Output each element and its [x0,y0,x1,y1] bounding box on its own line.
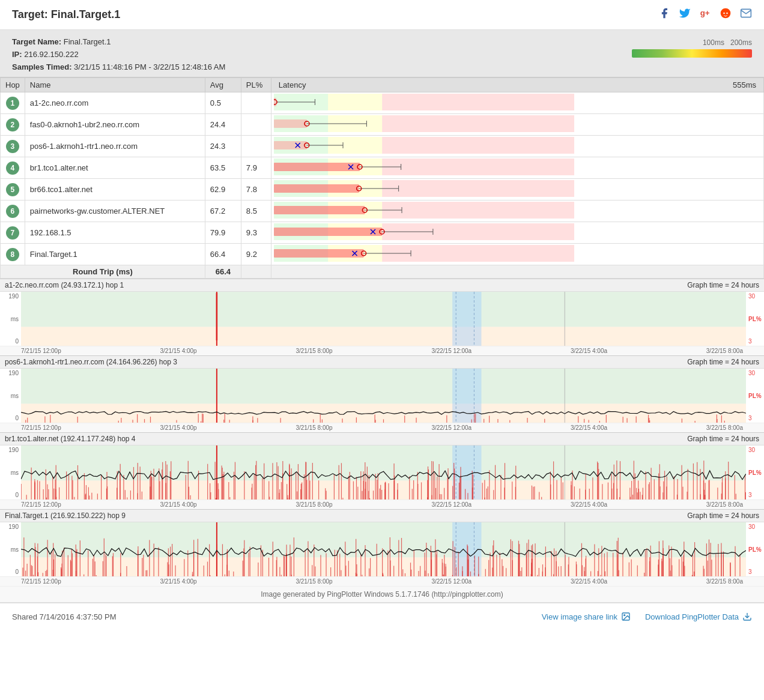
graph-title: a1-2c.neo.rr.com (24.93.172.1) hop 1 [5,281,124,289]
time-label: 3/21/15 8:00p [296,424,332,431]
reddit-icon[interactable] [720,7,732,22]
email-icon[interactable] [740,7,752,22]
hop-avg: 66.4 [205,244,241,265]
svg-rect-33 [274,163,360,171]
time-label: 3/22/15 8:00a [706,348,743,354]
time-label: 3/22/15 4:00a [571,424,607,431]
hop-badge: 4 [6,161,19,175]
hop-badge: 7 [6,226,19,240]
graph-section-0: a1-2c.neo.rr.com (24.93.172.1) hop 1 Gra… [0,279,764,355]
svg-rect-42 [274,184,359,193]
svg-point-2 [723,13,725,14]
latency-max-value: 555ms [733,80,756,89]
pl-top: 30 [748,370,755,376]
col-latency: Latency 555ms [271,78,763,92]
y-bot: 0 [15,415,19,421]
time-label: 7/21/15 12:00p [21,424,61,431]
pl-bot: 3 [748,338,752,345]
graph-title: pos6-1.akrnoh1-rtr1.neo.rr.com (24.164.9… [5,358,177,366]
hop-name: pos6-1.akrnoh1-rtr1.neo.rr.com [25,136,205,157]
time-label: 3/22/15 12:00a [431,348,471,354]
time-label: 3/22/15 8:00a [706,578,743,585]
twitter-icon[interactable] [679,7,691,22]
hop-badge: 8 [6,248,19,261]
google-plus-icon[interactable]: g+ [699,7,711,22]
hop-badge: 3 [6,140,19,153]
hop-pl: 9.2 [241,244,271,265]
hop-avg: 79.9 [205,222,241,244]
hop-latency-cell [271,157,763,179]
hop-avg: 0.5 [205,92,241,114]
traceroute-table-container: Hop Name Avg PL% Latency 555ms 1a1-2c.ne… [0,77,764,279]
hop-avg: 67.2 [205,201,241,222]
hop-name: br66.tco1.alter.net [25,179,205,201]
time-label: 7/21/15 12:00p [21,578,61,585]
svg-text:g+: g+ [700,8,710,17]
hop-name: pairnetworks-gw.customer.ALTER.NET [25,201,205,222]
hop-latency-cell [271,222,763,244]
hop-pl [241,92,271,114]
pl-label: PL% [748,469,762,476]
round-trip-row: Round Trip (ms) 66.4 [1,265,764,279]
svg-point-761 [624,615,625,616]
footer-section: Shared 7/14/2016 4:37:50 PM View image s… [0,602,764,630]
svg-rect-8 [274,98,276,106]
time-label: 3/21/15 4:00p [160,424,197,431]
hop-name: a1-2c.neo.rr.com [25,92,205,114]
facebook-icon[interactable] [658,7,670,22]
svg-rect-23 [382,137,574,154]
hop-name: fas0-0.akrnoh1-ubr2.neo.rr.com [25,114,205,136]
table-row: 3pos6-1.akrnoh1-rtr1.neo.rr.com24.3 [1,136,764,157]
time-label: 3/22/15 4:00a [571,578,607,585]
time-label: 3/21/15 8:00p [296,348,332,354]
svg-rect-453 [21,522,746,558]
hop-latency-cell [271,244,763,265]
download-pingplotter-data[interactable]: Download PingPlotter Data [645,612,752,621]
pl-label: PL% [748,393,762,399]
time-label: 3/21/15 8:00p [296,501,332,508]
svg-rect-48 [382,202,574,219]
table-row: 6pairnetworks-gw.customer.ALTER.NET67.28… [1,201,764,222]
col-avg: Avg [205,78,241,92]
pl-bot: 3 [748,569,752,575]
col-hop: Hop [1,78,25,92]
time-label: 3/21/15 4:00p [160,578,197,585]
latency-marker-200: 200ms [730,38,752,47]
svg-rect-81 [452,369,481,423]
svg-rect-17 [274,119,307,128]
time-label: 7/21/15 12:00p [21,501,61,508]
pl-bot: 3 [748,415,752,421]
y-mid: ms [11,546,19,553]
view-image-share-link[interactable]: View image share link [542,612,631,621]
time-label: 3/22/15 12:00a [431,424,471,431]
svg-point-3 [726,13,728,14]
col-pl: PL% [241,78,271,92]
hop-name: 192.168.1.5 [25,222,205,244]
page-title: Target: Final.Target.1 [12,8,120,21]
hop-pl: 8.5 [241,201,271,222]
y-bot: 0 [15,492,19,498]
image-footer: Image generated by PingPlotter Windows 5… [0,586,764,602]
table-row: 7192.168.1.579.99.3 [1,222,764,244]
time-label: 3/22/15 8:00a [706,424,743,431]
social-icons-bar: g+ [658,7,752,22]
hop-latency-cell [271,114,763,136]
svg-rect-41 [382,180,574,197]
hop-badge: 2 [6,118,19,131]
table-row: 4br1.tco1.alter.net63.57.9 [1,157,764,179]
y-mid: ms [11,469,19,476]
graph-title: Final.Target.1 (216.92.150.222) hop 9 [5,511,126,520]
svg-rect-6 [328,94,382,110]
y-mid: ms [11,316,19,322]
hop-badge: 6 [6,205,19,218]
hop-avg: 24.4 [205,114,241,136]
pl-label: PL% [748,316,762,322]
hop-badge: 1 [6,97,19,110]
hop-pl: 9.3 [241,222,271,244]
samples-row: Samples Timed: 3/21/15 11:48:16 PM - 3/2… [12,61,752,74]
pl-label: PL% [748,546,762,553]
svg-rect-73 [452,292,481,346]
hop-name: Final.Target.1 [25,244,205,265]
svg-point-1 [721,8,731,19]
latency-marker-100: 100ms [703,38,724,47]
